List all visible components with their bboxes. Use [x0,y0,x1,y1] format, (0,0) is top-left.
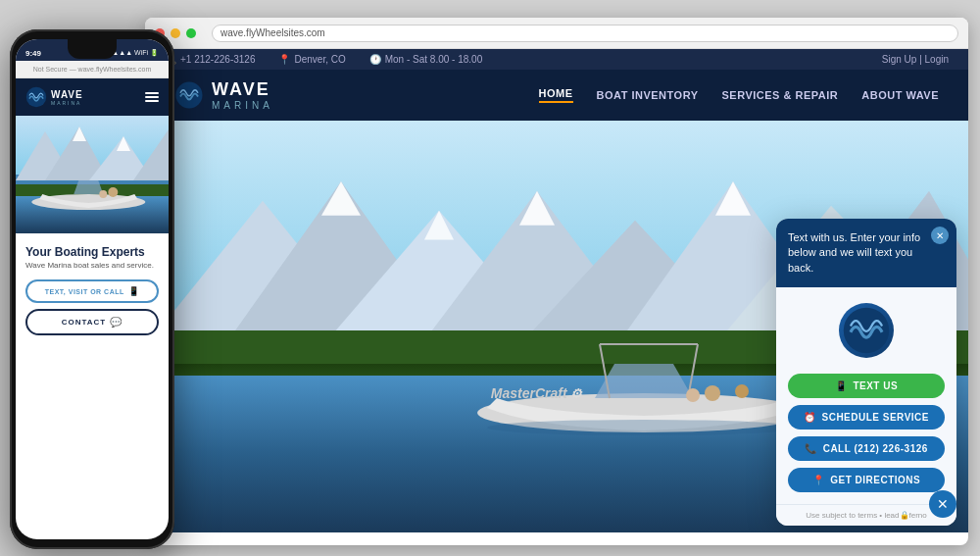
browser-dot-yellow[interactable] [171,28,180,38]
phone-icon-small: 📱 [835,380,848,391]
pin-icon-small: 📍 [812,475,825,485]
popup-buttons: 📱 TEXT US ⏰ SCHEDULE SERVICE 📞 CALL (212… [776,366,956,504]
phone-logo-icon [25,86,47,108]
logo-sub: MARINA [212,100,273,111]
hero-boat-svg [458,315,830,442]
hours-text: Mon - Sat 8.00 - 18.00 [385,54,483,65]
screenshot-wrapper: wave.flyWheelsites.com 📞 +1 212-226-3126… [0,0,980,556]
popup-header-text: Text with us. Enter your info below and … [788,231,920,274]
text-visit-call-button[interactable]: TEXT, VISIT OR CALL 📱 [25,279,159,303]
svg-point-30 [108,187,118,197]
phone-info: 📞 +1 212-226-3126 [165,54,255,65]
location-icon: 📍 [278,54,290,65]
svg-point-20 [487,420,801,435]
phone-nav: WAVE MARINA [16,78,169,116]
popup-close-button[interactable]: ✕ [931,227,949,244]
svg-point-19 [735,384,749,398]
phone-logo-name: WAVE [51,89,83,100]
desktop-browser: wave.flyWheelsites.com 📞 +1 212-226-3126… [145,18,968,545]
popup-footer-text: Use subject to terms • lead🔒ferno [806,511,927,520]
nav-about[interactable]: ABOUT WAVE [861,89,939,101]
schedule-label: SCHEDULE SERVICE [821,412,929,423]
hamburger-menu[interactable] [145,92,159,102]
svg-marker-27 [73,126,86,141]
popup-logo-area [776,287,956,366]
phone-hero-title: Your Boating Experts [25,245,159,259]
hamburger-line-1 [145,92,159,94]
phone-logo: WAVE MARINA [25,86,83,108]
logo-icon [174,80,204,110]
phone-notch [68,39,117,59]
nav-services[interactable]: SERVICES & REPAIR [722,89,839,101]
popup-logo [839,303,894,358]
svg-marker-9 [321,181,361,216]
popup-logo-icon [842,306,891,355]
main-nav: HOME BOAT INVENTORY SERVICES & REPAIR AB… [539,87,939,103]
phone-content: Your Boating Experts Wave Marina boat sa… [16,233,169,347]
location-text: Denver, CO [294,54,345,65]
phone-mockup: 9:49 ▲▲▲ WiFi 🔋 Not Secure — wave.flyWhe… [10,29,174,549]
phone-boat-svg [24,173,154,212]
phone-indicators: ▲▲▲ WiFi 🔋 [112,49,159,57]
browser-topbar: wave.flyWheelsites.com [145,18,968,49]
site-header-top: 📞 +1 212-226-3126 📍 Denver, CO 🕐 Mon - S… [145,49,968,70]
text-us-label: TEXT US [853,380,898,391]
phone-logo-sub: MARINA [51,100,83,106]
hamburger-line-2 [145,96,159,98]
logo-text: WAVE MARINA [212,79,273,111]
nav-inventory[interactable]: BOAT INVENTORY [597,89,699,101]
contact-button[interactable]: CONTACT 💬 [25,309,159,335]
popup-widget: ✕ Text with us. Enter your info below an… [776,219,956,526]
bottom-close-button[interactable]: ✕ [929,490,956,518]
svg-point-22 [26,87,46,107]
mastercraft-label: MasterCraft ⚙ [491,385,582,401]
phone-url-text: Not Secure — wave.flyWheelsites.com [33,66,152,73]
phone-logo-text: WAVE MARINA [51,89,83,106]
hero-section: MasterCraft ⚙ ✕ Text with us. Enter your… [145,121,968,532]
svg-marker-11 [715,181,751,216]
phone-mountains [16,122,169,180]
url-text: wave.flyWheelsites.com [220,27,325,38]
call-button[interactable]: 📞 CALL (212) 226-3126 [788,436,945,461]
browser-dot-green[interactable] [186,28,196,38]
call-icon-small: 📞 [805,443,817,454]
phone-hero [16,116,169,233]
schedule-service-button[interactable]: ⏰ SCHEDULE SERVICE [788,405,945,430]
hours-info: 🕐 Mon - Sat 8.00 - 18.00 [369,54,483,65]
hamburger-line-3 [145,100,159,102]
auth-text[interactable]: Sign Up | Login [882,54,949,65]
location-info: 📍 Denver, CO [278,54,345,65]
tvc-label: TEXT, VISIT OR CALL [45,288,124,295]
chat-icon: 💬 [110,317,122,328]
site-nav: WAVE MARINA HOME BOAT INVENTORY SERVICES… [145,70,968,121]
directions-label: GET DIRECTIONS [830,475,920,485]
phone-time: 9:49 [25,49,41,58]
auth-info[interactable]: Sign Up | Login [882,54,949,65]
phone-screen: 9:49 ▲▲▲ WiFi 🔋 Not Secure — wave.flyWhe… [16,39,169,539]
site-logo: WAVE MARINA [174,79,273,111]
call-label: CALL (212) 226-3126 [823,443,928,454]
text-us-button[interactable]: 📱 TEXT US [788,374,945,398]
phone-icon-tvc: 📱 [128,286,140,296]
popup-header: Text with us. Enter your info below and … [776,219,956,287]
svg-point-17 [705,385,720,401]
clock-icon-small: ⏰ [804,412,816,423]
phone-hero-subtitle: Wave Marina boat sales and service. [25,261,159,270]
svg-point-31 [99,190,107,198]
browser-url-bar[interactable]: wave.flyWheelsites.com [212,25,958,42]
contact-label: CONTACT [62,318,107,327]
phone-number: +1 212-226-3126 [180,54,255,65]
directions-button[interactable]: 📍 GET DIRECTIONS [788,468,945,492]
logo-name: WAVE [212,79,273,100]
svg-point-18 [686,388,700,402]
phone-url-bar: Not Secure — wave.flyWheelsites.com [16,61,169,78]
clock-icon: 🕐 [369,54,381,65]
nav-home[interactable]: HOME [539,87,573,103]
